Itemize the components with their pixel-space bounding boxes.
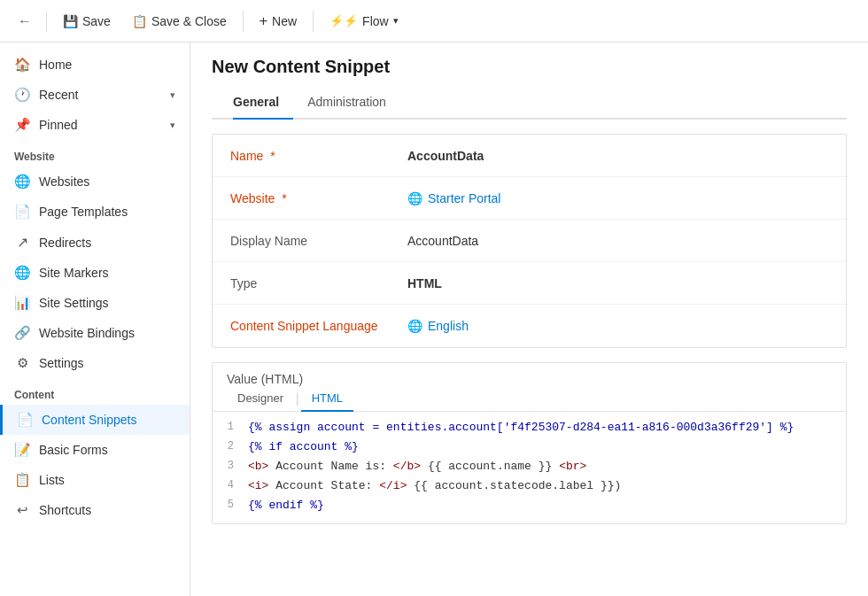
language-value-text: English [428,319,469,333]
designer-tab-label: Designer [237,391,283,405]
sidebar-item-label: Website Bindings [39,326,135,340]
code-line: 5{% endif %} [213,497,846,516]
new-icon: + [260,13,267,29]
sidebar-item-settings[interactable]: ⚙ Settings [0,348,190,378]
lists-icon: 📋 [14,472,30,488]
sidebar-item-site-settings[interactable]: 📊 Site Settings [0,288,190,318]
form-row-website: Website * 🌐 Starter Portal [213,177,846,220]
tab-administration-label: Administration [307,95,386,109]
website-section-title: Website [0,140,190,166]
sidebar-item-page-templates[interactable]: 📄 Page Templates [0,197,190,227]
form-row-content-snippet-language: Content Snippet Language 🌐 English [213,305,846,347]
type-label: Type [230,276,407,290]
tab-general-label: General [233,95,279,109]
value-tabs: Designer | HTML [213,386,846,412]
sidebar-item-home[interactable]: 🏠 Home [0,50,190,80]
flow-label: Flow [362,14,389,28]
sidebar-item-basic-forms[interactable]: 📝 Basic Forms [0,435,190,465]
display-name-label: Display Name [230,234,407,248]
code-line: 4<i> Account State: </i> {{ account.stat… [213,477,846,497]
code-line: 1{% assign account = entities.account['f… [213,419,846,438]
content-snippet-language-value[interactable]: 🌐 English [407,319,828,333]
tab-separator: | [294,391,301,406]
flow-dropdown-icon: ▾ [393,15,399,27]
name-required: * [270,149,275,163]
website-value-text: Starter Portal [428,191,500,205]
website-label: Website * [230,191,407,205]
line-content: {% assign account = entities.account['f4… [244,419,846,436]
new-label: New [272,14,297,28]
sidebar-item-label: Basic Forms [39,443,108,457]
sidebar-item-pinned[interactable]: 📌 Pinned ▾ [0,110,190,140]
site-settings-icon: 📊 [14,295,30,311]
sidebar-item-label: Pinned [39,118,78,132]
page-templates-icon: 📄 [14,204,30,220]
sidebar-item-recent[interactable]: 🕐 Recent ▾ [0,80,190,110]
save-button[interactable]: 💾 Save [54,10,120,33]
sidebar-item-label: Content Snippets [42,413,136,427]
sidebar-item-shortcuts[interactable]: ↩ Shortcuts [0,495,190,525]
sidebar-item-lists[interactable]: 📋 Lists [0,465,190,495]
sidebar-item-label: Page Templates [39,205,128,219]
line-content: <i> Account State: </i> {{ account.state… [244,477,846,494]
content-area: New Content Snippet General Administrati… [190,43,868,596]
code-line: 2{% if account %} [213,438,846,458]
website-bindings-icon: 🔗 [14,325,30,341]
page-header: New Content Snippet General Administrati… [190,43,868,120]
sidebar-item-websites[interactable]: 🌐 Websites [0,166,190,197]
shortcuts-icon: ↩ [14,502,30,518]
expand-icon: ▾ [170,120,175,131]
line-content: {% if account %} [244,438,846,455]
sidebar-item-label: Site Markers [39,266,109,280]
toolbar-separator-2 [243,11,244,32]
globe-icon: 🌐 [407,191,422,205]
value-tab-html[interactable]: HTML [301,386,353,412]
page-title: New Content Snippet [212,57,847,77]
new-button[interactable]: + New [251,9,306,34]
line-number: 2 [213,438,244,453]
back-button[interactable]: ← [11,9,39,34]
sidebar-item-label: Home [39,58,72,72]
sidebar-item-redirects[interactable]: ↗ Redirects [0,227,190,258]
sidebar-item-website-bindings[interactable]: 🔗 Website Bindings [0,318,190,348]
sidebar-item-label: Shortcuts [39,503,91,517]
toolbar-separator-1 [46,11,47,32]
save-icon: 💾 [63,14,78,28]
form-row-type: Type HTML [213,262,846,305]
sidebar-item-content-snippets[interactable]: 📄 Content Snippets [0,405,190,435]
pin-icon: 📌 [14,117,30,133]
save-close-label: Save & Close [151,14,227,28]
language-icon: 🌐 [407,319,422,333]
form-row-display-name: Display Name AccountData [213,220,846,262]
tabs: General Administration [212,88,847,120]
basic-forms-icon: 📝 [14,442,30,458]
toolbar-separator-3 [313,11,314,32]
content-snippets-icon: 📄 [17,412,33,428]
back-icon: ← [18,13,32,28]
tab-general[interactable]: General [233,88,293,120]
name-label: Name * [230,149,407,163]
recent-icon: 🕐 [14,87,30,103]
website-value[interactable]: 🌐 Starter Portal [407,191,828,205]
website-required: * [282,191,286,205]
line-number: 1 [213,419,244,433]
line-number: 4 [213,477,244,492]
code-editor[interactable]: 1{% assign account = entities.account['f… [213,412,846,523]
content-snippet-language-label: Content Snippet Language [230,319,407,333]
line-content: {% endif %} [244,497,846,514]
flow-button[interactable]: ⚡⚡ Flow ▾ [321,10,407,33]
form-row-name: Name * AccountData [213,135,846,177]
save-close-button[interactable]: 📋 Save & Close [123,10,236,33]
home-icon: 🏠 [14,57,30,73]
name-value: AccountData [407,149,828,163]
value-tab-designer[interactable]: Designer [227,386,294,412]
main-layout: 🏠 Home 🕐 Recent ▾ 📌 Pinned ▾ Website 🌐 W… [0,43,868,596]
tab-administration[interactable]: Administration [293,88,400,120]
save-label: Save [82,14,111,28]
sidebar-item-label: Site Settings [39,296,109,310]
sidebar-item-label: Lists [39,473,65,487]
sidebar-item-label: Websites [39,174,89,189]
value-section: Value (HTML) Designer | HTML 1{% assign … [212,362,847,524]
sidebar-item-site-markers[interactable]: 🌐 Site Markers [0,258,190,288]
type-value: HTML [407,276,828,290]
